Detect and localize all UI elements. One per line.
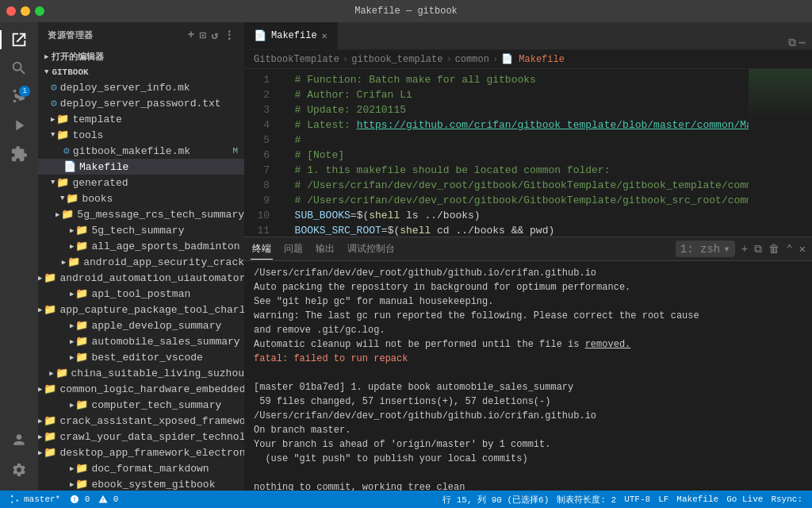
list-item[interactable]: ▶📁crack_assistant_xposed_framework	[38, 413, 244, 429]
source-control-activity-icon[interactable]: 1	[5, 83, 33, 111]
terminal-line: 59 files changed, 57 insertions(+), 57 d…	[254, 394, 802, 409]
terminal-line: On branch master.	[254, 423, 802, 437]
terminal-line: /Users/crifan/dev/dev_root/github/github…	[254, 409, 802, 423]
list-item[interactable]: ▶📁doc_format_markdown	[38, 460, 244, 476]
close-tab-icon[interactable]: ✕	[322, 30, 327, 42]
kill-terminal-icon[interactable]: 🗑	[768, 243, 779, 256]
code-line: # Function: Batch make for all gitbooks	[282, 72, 742, 87]
source-control-badge: 1	[19, 86, 30, 97]
list-item[interactable]: ▶📁app_capture_package_tool_charles	[38, 302, 244, 318]
list-item[interactable]: ▶📁desktop_app_framework_electron	[38, 444, 244, 460]
list-item[interactable]: ▶📁china_suitable_living_suzhou	[38, 365, 244, 381]
terminal-line: See "git help gc" for manual housekeepin…	[254, 294, 802, 309]
terminal-selector[interactable]: 1: zsh ▾	[676, 241, 735, 257]
terminal-tab-output[interactable]: 输出	[314, 239, 336, 259]
account-activity-icon[interactable]	[5, 425, 33, 454]
window-title: Makefile — gitbook	[354, 6, 458, 17]
language-status[interactable]: Makefile	[673, 495, 722, 504]
list-item[interactable]: ▶📁apple_develop_summary	[38, 318, 244, 333]
list-item[interactable]: ▶📁5g_message_rcs_tech_summary	[38, 206, 244, 222]
terminal-tab-debug[interactable]: 调试控制台	[346, 239, 396, 259]
terminal-tab-bar: 终端 问题 输出 调试控制台 1: zsh ▾ + ⧉ 🗑 ⌃ ✕	[244, 237, 812, 261]
list-item[interactable]: ▼ 📁 tools	[38, 127, 244, 143]
terminal-actions: 1: zsh ▾ + ⧉ 🗑 ⌃ ✕	[676, 241, 806, 257]
list-item[interactable]: ▶📁android_automation_uiautomator2	[38, 270, 244, 286]
maximize-button[interactable]	[35, 6, 44, 16]
settings-activity-icon[interactable]	[5, 456, 33, 484]
close-button[interactable]	[6, 6, 16, 16]
code-line: # /Users/crifan/dev/dev_root/gitbook/Git…	[282, 178, 742, 193]
list-item[interactable]: ▶📁computer_tech_summary	[38, 397, 244, 413]
breadcrumb: GitbookTemplate › gitbook_template › com…	[244, 50, 812, 69]
tab-bar: 📄 Makefile ✕ ⧉ ⋯	[244, 22, 812, 50]
title-bar: Makefile — gitbook	[0, 0, 812, 22]
cursor-position-status[interactable]: 行 15, 列 90 (已选择6)	[439, 494, 552, 506]
collapse-icon[interactable]: ⋮	[224, 29, 236, 42]
run-activity-icon[interactable]	[5, 111, 33, 140]
terminal-line: Auto packing the repository in backgroun…	[254, 280, 802, 294]
terminal-tab-terminal[interactable]: 终端	[251, 239, 273, 260]
list-item[interactable]: ⚙ deploy_server_password.txt	[38, 95, 244, 111]
tab-more-icon[interactable]: ⋯	[799, 36, 806, 49]
maximize-panel-icon[interactable]: ⌃	[786, 242, 792, 256]
breadcrumb-part[interactable]: gitbook_template	[351, 54, 442, 65]
go-live-status[interactable]: Go Live	[723, 495, 766, 504]
terminal-line: nothing to commit, working tree clean	[254, 480, 802, 491]
tab-bar-actions: ⧉ ⋯	[788, 36, 812, 49]
list-item[interactable]: ▶📁all_age_sports_badminton	[38, 238, 244, 254]
explorer-activity-icon[interactable]	[5, 25, 33, 54]
list-item[interactable]: ▼ 📁 books	[38, 190, 244, 206]
split-editor-icon[interactable]: ⧉	[788, 37, 796, 49]
code-editor[interactable]: 12345 678910 1112131415 # Function: Batc…	[244, 69, 812, 237]
search-activity-icon[interactable]	[5, 54, 33, 83]
rsync-status[interactable]: Rsync:	[768, 495, 806, 504]
sidebar-header: 资源管理器 + ⊡ ↺ ⋮	[38, 22, 244, 48]
code-content[interactable]: # Function: Batch make for all gitbooks …	[276, 69, 749, 237]
code-line: # 1. this makefile should be located com…	[282, 163, 742, 178]
list-item[interactable]: ▶📁ebook_system_gitbook	[38, 476, 244, 491]
list-item[interactable]: ▶📁automobile_sales_summary	[38, 333, 244, 349]
list-item[interactable]: ▶ 📁 template	[38, 111, 244, 127]
list-item[interactable]: ▶📁common_logic_hardware_embedded	[38, 381, 244, 397]
gitbook-section-title[interactable]: ▼ GITBOOK	[38, 65, 244, 79]
status-bar: master* 0 0 行 15, 列 90 (已选择6) 制表符长度: 2 U…	[0, 491, 812, 508]
list-item[interactable]: ▶📁android_app_security_crack	[38, 254, 244, 270]
terminal-line: (use "git push" to publish your local co…	[254, 452, 802, 466]
terminal-line: [master 01ba7ed] 1. update book automobi…	[254, 380, 802, 394]
new-file-icon[interactable]: +	[188, 29, 195, 42]
terminal-selector-label: 1: zsh	[680, 243, 720, 256]
minimize-button[interactable]	[21, 6, 30, 16]
encoding-status[interactable]: UTF-8	[621, 495, 653, 504]
extensions-activity-icon[interactable]	[5, 140, 33, 168]
git-branch-status[interactable]: master*	[6, 495, 63, 505]
refresh-icon[interactable]: ↺	[212, 29, 219, 42]
new-terminal-icon[interactable]: +	[741, 243, 748, 256]
open-editors-section[interactable]: ▶ 打开的编辑器	[38, 48, 244, 65]
terminal-content[interactable]: /Users/crifan/dev/dev_root/github/github…	[244, 261, 812, 491]
breadcrumb-part[interactable]: common	[455, 54, 489, 65]
list-item[interactable]: ▶📁api_tool_postman	[38, 286, 244, 302]
list-item[interactable]: ▶📁5g_tech_summary	[38, 222, 244, 238]
list-item[interactable]: ▼ 📁 generated	[38, 175, 244, 190]
breadcrumb-part[interactable]: GitbookTemplate	[254, 54, 339, 65]
list-item[interactable]: ⚙ deploy_server_info.mk	[38, 79, 244, 95]
line-numbers: 12345 678910 1112131415	[244, 69, 276, 237]
list-item[interactable]: ⚙ gitbook_makefile.mk M	[38, 143, 244, 159]
list-item[interactable]: 📄 Makefile	[38, 159, 244, 175]
traffic-lights	[6, 6, 44, 16]
split-terminal-icon[interactable]: ⧉	[754, 243, 762, 256]
new-folder-icon[interactable]: ⊡	[200, 29, 207, 42]
list-item[interactable]: ▶📁crawl_your_data_spider_technology	[38, 429, 244, 444]
file-tree: ▶ 打开的编辑器 ▼ GITBOOK ⚙ deploy_server_info.…	[38, 48, 244, 491]
sidebar: 资源管理器 + ⊡ ↺ ⋮ ▶ 打开的编辑器 ▼ GITBOOK ⚙	[38, 22, 244, 491]
errors-status[interactable]: 0 0	[67, 495, 121, 504]
close-panel-icon[interactable]: ✕	[799, 242, 806, 256]
tab-makefile[interactable]: 📄 Makefile ✕	[244, 22, 338, 49]
line-ending-status[interactable]: LF	[655, 495, 672, 504]
list-item[interactable]: ▶📁best_editor_vscode	[38, 349, 244, 365]
tab-size-status[interactable]: 制表符长度: 2	[553, 494, 619, 506]
terminal-tab-problems[interactable]: 问题	[282, 239, 304, 259]
terminal-line: /Users/crifan/dev/dev_root/github/github…	[254, 266, 802, 280]
breadcrumb-current[interactable]: 📄 Makefile	[501, 53, 565, 65]
code-line: BOOKS_SRC_ROOT=$(shell cd ../books && pw…	[282, 223, 742, 237]
